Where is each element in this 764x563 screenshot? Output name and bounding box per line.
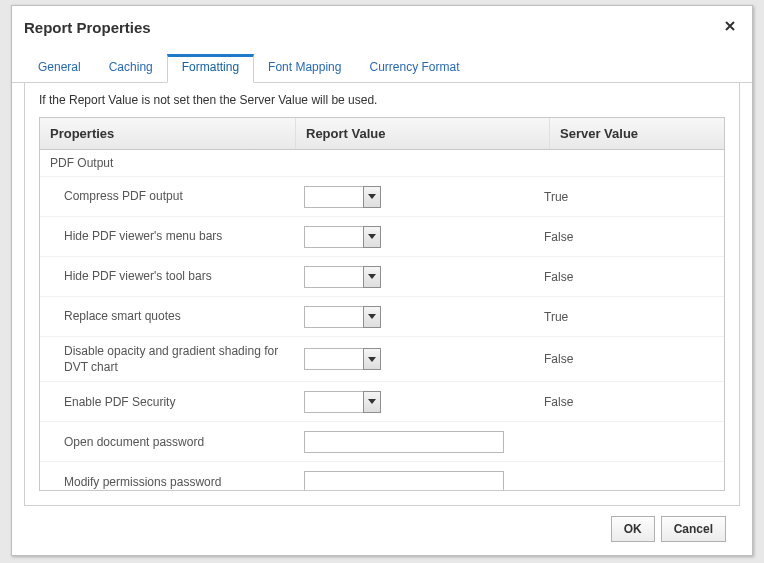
server-value	[534, 436, 724, 448]
tab-general[interactable]: General	[24, 54, 95, 83]
tab-currency-format[interactable]: Currency Format	[355, 54, 473, 83]
table-row: Hide PDF viewer's tool bars False	[40, 257, 724, 297]
report-value-select[interactable]	[304, 391, 381, 413]
tab-caching[interactable]: Caching	[95, 54, 167, 83]
report-value-input[interactable]	[304, 266, 364, 288]
table-row: Disable opacity and gradient shading for…	[40, 337, 724, 382]
prop-label: Compress PDF output	[40, 182, 296, 210]
tab-content: If the Report Value is not set then the …	[24, 83, 740, 506]
close-icon[interactable]	[720, 16, 740, 38]
cancel-button[interactable]: Cancel	[661, 516, 726, 542]
tab-font-mapping[interactable]: Font Mapping	[254, 54, 355, 83]
table-row: Replace smart quotes True	[40, 297, 724, 337]
grid-scroll-area[interactable]: PDF Output Compress PDF output True Hide…	[40, 150, 724, 490]
server-value: False	[534, 224, 724, 250]
server-value: False	[534, 389, 724, 415]
prop-label: Hide PDF viewer's tool bars	[40, 262, 296, 290]
report-value-select[interactable]	[304, 348, 381, 370]
prop-label: Open document password	[40, 428, 296, 456]
table-row: Open document password	[40, 422, 724, 462]
server-value: False	[534, 346, 724, 372]
section-pdf-output: PDF Output	[40, 150, 724, 177]
prop-label: Enable PDF Security	[40, 388, 296, 416]
dialog-header: Report Properties	[12, 6, 752, 40]
prop-label: Hide PDF viewer's menu bars	[40, 222, 296, 250]
dialog-title: Report Properties	[24, 19, 151, 36]
report-value-input[interactable]	[304, 306, 364, 328]
report-value-select[interactable]	[304, 266, 381, 288]
chevron-down-icon[interactable]	[363, 391, 381, 413]
server-value: False	[534, 264, 724, 290]
col-header-report-value: Report Value	[296, 118, 550, 149]
prop-label: Disable opacity and gradient shading for…	[40, 337, 296, 381]
server-value: True	[534, 304, 724, 330]
table-row: Hide PDF viewer's menu bars False	[40, 217, 724, 257]
dialog-footer: OK Cancel	[24, 506, 740, 542]
table-row: Compress PDF output True	[40, 177, 724, 217]
properties-grid: Properties Report Value Server Value PDF…	[39, 117, 725, 491]
tab-bar: General Caching Formatting Font Mapping …	[12, 40, 752, 83]
server-value	[534, 476, 724, 488]
ok-button[interactable]: OK	[611, 516, 655, 542]
table-row: Modify permissions password	[40, 462, 724, 490]
report-value-input[interactable]	[304, 391, 364, 413]
report-value-input[interactable]	[304, 226, 364, 248]
report-value-select[interactable]	[304, 226, 381, 248]
col-header-properties: Properties	[40, 118, 296, 149]
prop-label: Modify permissions password	[40, 468, 296, 490]
chevron-down-icon[interactable]	[363, 226, 381, 248]
grid-header-row: Properties Report Value Server Value	[40, 118, 724, 150]
chevron-down-icon[interactable]	[363, 186, 381, 208]
report-value-text[interactable]	[304, 431, 504, 453]
report-value-select[interactable]	[304, 306, 381, 328]
col-header-server-value: Server Value	[550, 118, 724, 149]
table-row: Enable PDF Security False	[40, 382, 724, 422]
prop-label: Replace smart quotes	[40, 302, 296, 330]
report-value-select[interactable]	[304, 186, 381, 208]
report-properties-dialog: Report Properties General Caching Format…	[11, 5, 753, 556]
server-value: True	[534, 184, 724, 210]
report-value-text[interactable]	[304, 471, 504, 490]
tab-formatting[interactable]: Formatting	[167, 54, 254, 83]
chevron-down-icon[interactable]	[363, 348, 381, 370]
hint-text: If the Report Value is not set then the …	[39, 93, 725, 107]
chevron-down-icon[interactable]	[363, 306, 381, 328]
report-value-input[interactable]	[304, 348, 364, 370]
chevron-down-icon[interactable]	[363, 266, 381, 288]
report-value-input[interactable]	[304, 186, 364, 208]
